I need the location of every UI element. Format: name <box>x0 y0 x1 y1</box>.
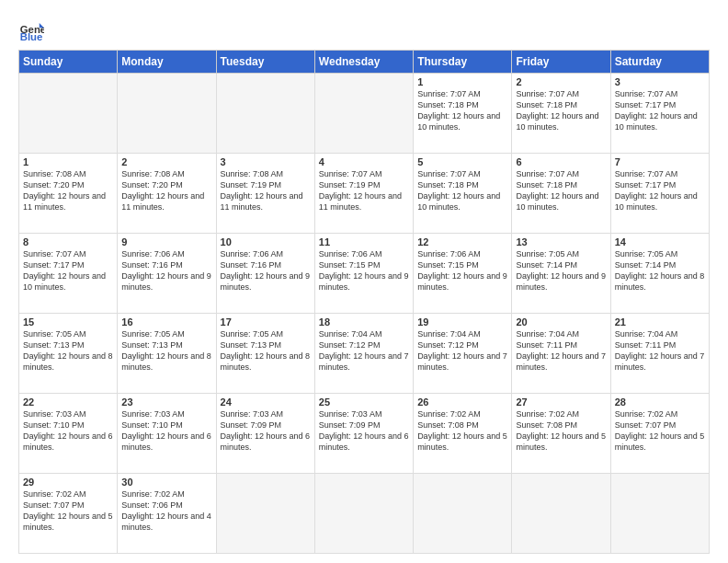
weekday-header: Saturday <box>610 51 709 74</box>
calendar-cell: 19Sunrise: 7:04 AMSunset: 7:12 PMDayligh… <box>414 314 512 394</box>
day-number: 14 <box>615 236 705 247</box>
day-number: 6 <box>516 156 606 167</box>
day-number: 29 <box>23 477 113 488</box>
day-number: 2 <box>516 76 606 87</box>
calendar-cell <box>118 74 216 154</box>
header: General Blue <box>18 17 710 42</box>
calendar-cell: 26Sunrise: 7:02 AMSunset: 7:08 PMDayligh… <box>414 394 512 474</box>
day-number: 2 <box>121 156 211 167</box>
day-number: 25 <box>319 396 409 408</box>
day-number: 24 <box>221 396 311 408</box>
day-info: Sunrise: 7:02 AMSunset: 7:07 PMDaylight:… <box>23 488 113 534</box>
weekday-header: Sunday <box>19 51 118 74</box>
day-info: Sunrise: 7:04 AMSunset: 7:12 PMDaylight:… <box>417 328 507 373</box>
day-info: Sunrise: 7:03 AMSunset: 7:09 PMDaylight:… <box>319 408 409 454</box>
calendar-cell: 2Sunrise: 7:08 AMSunset: 7:20 PMDaylight… <box>118 154 216 234</box>
calendar-cell <box>216 474 314 554</box>
day-number: 3 <box>615 76 705 87</box>
calendar-cell: 17Sunrise: 7:05 AMSunset: 7:13 PMDayligh… <box>216 314 314 394</box>
calendar-cell: 28Sunrise: 7:02 AMSunset: 7:07 PMDayligh… <box>610 394 709 474</box>
calendar-cell <box>512 474 610 554</box>
day-info: Sunrise: 7:07 AMSunset: 7:17 PMDaylight:… <box>615 168 705 213</box>
day-number: 17 <box>221 316 311 327</box>
day-info: Sunrise: 7:02 AMSunset: 7:08 PMDaylight:… <box>417 408 507 454</box>
day-number: 23 <box>121 396 211 408</box>
calendar-cell: 14Sunrise: 7:05 AMSunset: 7:14 PMDayligh… <box>610 234 709 314</box>
day-info: Sunrise: 7:08 AMSunset: 7:20 PMDaylight:… <box>23 168 113 213</box>
day-number: 1 <box>23 156 113 167</box>
calendar-cell: 12Sunrise: 7:06 AMSunset: 7:15 PMDayligh… <box>414 234 512 314</box>
day-info: Sunrise: 7:05 AMSunset: 7:13 PMDaylight:… <box>221 328 311 373</box>
calendar-cell: 1Sunrise: 7:07 AMSunset: 7:18 PMDaylight… <box>414 74 512 154</box>
calendar-cell: 22Sunrise: 7:03 AMSunset: 7:10 PMDayligh… <box>19 394 118 474</box>
calendar-cell: 2Sunrise: 7:07 AMSunset: 7:18 PMDaylight… <box>512 74 610 154</box>
calendar-cell: 24Sunrise: 7:03 AMSunset: 7:09 PMDayligh… <box>216 394 314 474</box>
day-info: Sunrise: 7:04 AMSunset: 7:11 PMDaylight:… <box>516 328 606 373</box>
day-number: 11 <box>319 236 409 247</box>
day-info: Sunrise: 7:03 AMSunset: 7:09 PMDaylight:… <box>221 408 311 454</box>
day-info: Sunrise: 7:04 AMSunset: 7:11 PMDaylight:… <box>615 328 705 373</box>
svg-text:Blue: Blue <box>20 31 43 42</box>
calendar-cell: 11Sunrise: 7:06 AMSunset: 7:15 PMDayligh… <box>314 234 413 314</box>
day-info: Sunrise: 7:06 AMSunset: 7:15 PMDaylight:… <box>417 248 507 293</box>
day-info: Sunrise: 7:07 AMSunset: 7:18 PMDaylight:… <box>516 88 606 133</box>
calendar-table: SundayMondayTuesdayWednesdayThursdayFrid… <box>18 50 710 554</box>
calendar-cell <box>414 474 512 554</box>
calendar-cell: 5Sunrise: 7:07 AMSunset: 7:18 PMDaylight… <box>414 154 512 234</box>
weekday-header: Wednesday <box>314 51 413 74</box>
calendar-cell: 4Sunrise: 7:07 AMSunset: 7:19 PMDaylight… <box>314 154 413 234</box>
day-info: Sunrise: 7:07 AMSunset: 7:18 PMDaylight:… <box>516 168 606 213</box>
day-info: Sunrise: 7:04 AMSunset: 7:12 PMDaylight:… <box>319 328 409 373</box>
day-number: 26 <box>417 396 507 408</box>
day-number: 21 <box>615 316 705 327</box>
calendar-cell <box>610 474 709 554</box>
day-info: Sunrise: 7:08 AMSunset: 7:20 PMDaylight:… <box>121 168 211 213</box>
day-number: 12 <box>417 236 507 247</box>
day-number: 30 <box>121 477 211 488</box>
page: General Blue SundayMondayTuesdayWednesda… <box>0 0 728 563</box>
calendar-cell: 15Sunrise: 7:05 AMSunset: 7:13 PMDayligh… <box>19 314 118 394</box>
calendar-cell: 10Sunrise: 7:06 AMSunset: 7:16 PMDayligh… <box>216 234 314 314</box>
calendar-cell <box>19 74 118 154</box>
day-number: 7 <box>615 156 705 167</box>
day-info: Sunrise: 7:08 AMSunset: 7:19 PMDaylight:… <box>221 168 311 213</box>
day-info: Sunrise: 7:05 AMSunset: 7:14 PMDaylight:… <box>516 248 606 293</box>
day-info: Sunrise: 7:05 AMSunset: 7:13 PMDaylight:… <box>23 328 113 373</box>
day-info: Sunrise: 7:02 AMSunset: 7:08 PMDaylight:… <box>516 408 606 454</box>
calendar-cell: 25Sunrise: 7:03 AMSunset: 7:09 PMDayligh… <box>314 394 413 474</box>
calendar-cell: 8Sunrise: 7:07 AMSunset: 7:17 PMDaylight… <box>19 234 118 314</box>
calendar-cell: 27Sunrise: 7:02 AMSunset: 7:08 PMDayligh… <box>512 394 610 474</box>
day-info: Sunrise: 7:05 AMSunset: 7:14 PMDaylight:… <box>615 248 705 293</box>
calendar-cell: 6Sunrise: 7:07 AMSunset: 7:18 PMDaylight… <box>512 154 610 234</box>
calendar-cell: 18Sunrise: 7:04 AMSunset: 7:12 PMDayligh… <box>314 314 413 394</box>
day-number: 13 <box>516 236 606 247</box>
day-info: Sunrise: 7:07 AMSunset: 7:17 PMDaylight:… <box>23 248 113 293</box>
day-info: Sunrise: 7:02 AMSunset: 7:06 PMDaylight:… <box>121 488 211 534</box>
day-number: 16 <box>121 316 211 327</box>
day-number: 19 <box>417 316 507 327</box>
calendar-cell: 21Sunrise: 7:04 AMSunset: 7:11 PMDayligh… <box>610 314 709 394</box>
day-info: Sunrise: 7:07 AMSunset: 7:19 PMDaylight:… <box>319 168 409 213</box>
day-number: 3 <box>221 156 311 167</box>
calendar-cell: 13Sunrise: 7:05 AMSunset: 7:14 PMDayligh… <box>512 234 610 314</box>
calendar-cell <box>314 74 413 154</box>
day-number: 18 <box>319 316 409 327</box>
calendar-cell: 9Sunrise: 7:06 AMSunset: 7:16 PMDaylight… <box>118 234 216 314</box>
day-number: 4 <box>319 156 409 167</box>
day-info: Sunrise: 7:03 AMSunset: 7:10 PMDaylight:… <box>23 408 113 454</box>
day-number: 28 <box>615 396 705 408</box>
logo: General Blue <box>18 17 44 42</box>
calendar-cell: 30Sunrise: 7:02 AMSunset: 7:06 PMDayligh… <box>118 474 216 554</box>
calendar-cell: 29Sunrise: 7:02 AMSunset: 7:07 PMDayligh… <box>19 474 118 554</box>
day-info: Sunrise: 7:06 AMSunset: 7:16 PMDaylight:… <box>221 248 311 293</box>
weekday-header: Friday <box>512 51 610 74</box>
day-info: Sunrise: 7:05 AMSunset: 7:13 PMDaylight:… <box>121 328 211 373</box>
logo-icon: General Blue <box>18 17 44 42</box>
day-number: 27 <box>516 396 606 408</box>
day-info: Sunrise: 7:07 AMSunset: 7:17 PMDaylight:… <box>615 88 705 133</box>
day-info: Sunrise: 7:07 AMSunset: 7:18 PMDaylight:… <box>417 168 507 213</box>
calendar-cell: 7Sunrise: 7:07 AMSunset: 7:17 PMDaylight… <box>610 154 709 234</box>
day-number: 1 <box>417 76 507 87</box>
weekday-header: Monday <box>118 51 216 74</box>
calendar-cell: 23Sunrise: 7:03 AMSunset: 7:10 PMDayligh… <box>118 394 216 474</box>
